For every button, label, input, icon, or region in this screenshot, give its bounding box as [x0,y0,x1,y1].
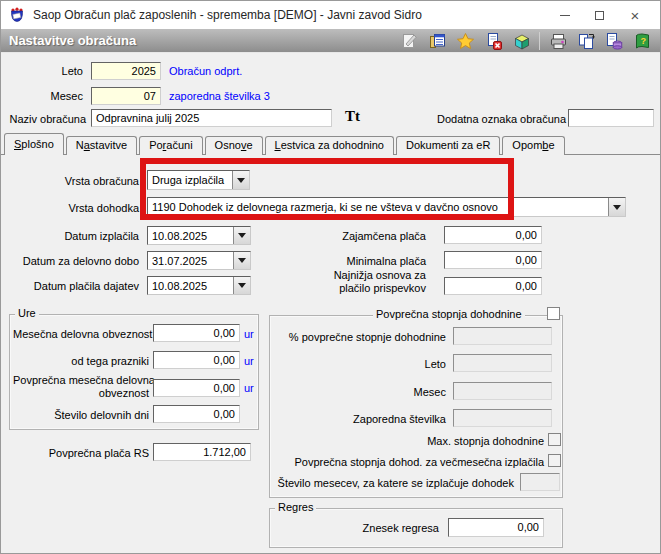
zaporedna-stevilka-field [453,409,552,427]
vecmesecna-label: Povprečna stopnja dohod. za večmesečna i… [278,456,544,468]
minimize-button[interactable] [549,1,581,29]
regres-legend: Regres [275,501,316,513]
dohodnina-checkbox[interactable] [547,307,560,320]
ur-unit-label: ur [244,328,254,340]
tab-poracuni[interactable]: Poračuni [139,136,202,155]
copy-structure-icon[interactable] [576,32,596,51]
font-icon[interactable]: Tt [345,108,360,125]
tab-dokumenti-za-er[interactable]: Dokumenti za eR [396,136,500,155]
panel-title: Nastavitve obračuna [9,33,136,48]
dohodnina-mesec-field [453,382,552,400]
dodatna-oznaka-label: Dodatna oznaka obračuna [429,113,566,125]
copy-data-icon[interactable] [604,32,624,51]
zajamcena-placa-field[interactable]: 0,00 [444,226,542,244]
cube-icon[interactable] [511,32,531,51]
ure-legend: Ure [15,307,39,319]
najnizja-osnova-label-line2: plačilo prispevkov [301,282,426,294]
najnizja-osnova-label-line1: Najnižja osnova za [301,269,426,281]
maximize-button[interactable] [583,1,615,29]
prazniki-label: od tega prazniki [13,355,149,367]
stevilo-mesecev-field [520,473,560,491]
print-icon[interactable] [548,32,568,51]
naziv-obracuna-field[interactable]: Odpravnina julij 2025 [91,109,332,127]
povprecna-obveznost-label-line1: Povprečna mesečna delovna [13,374,149,386]
dohodnina-leto-label: Leto [276,358,446,370]
max-stopnja-label: Max. stopnja dohodnine [331,435,544,447]
help-book-icon[interactable]: ? [632,32,652,51]
znesek-regresa-label: Znesek regresa [301,522,439,534]
title-bar: Saop Obračun plač zaposlenih - sprememba… [1,1,660,29]
dohodnina-mesec-label: Mesec [276,386,446,398]
chevron-down-icon[interactable] [232,171,249,189]
naziv-obracuna-label: Naziv obračuna [5,113,86,125]
datum-za-delovno-dobo-label: Datum za delovno dobo [1,255,139,267]
procent-dohodnine-field [453,327,552,345]
datum-izplacila-label: Datum izplačila [1,230,139,242]
mesec-field[interactable]: 07 [91,87,161,105]
stevilo-mesecev-label: Število mesecev, za katere se izplačuje … [269,477,514,489]
vrsta-obracuna-label: Vrsta obračuna [1,175,139,187]
delete-document-icon[interactable] [483,32,503,51]
vrsta-dohodka-select[interactable]: 1190 Dohodek iz delovnega razmerja, ki s… [147,197,626,217]
window-title: Saop Obračun plač zaposlenih - sprememba… [33,8,422,22]
vrsta-obracuna-select[interactable]: Druga izplačila [147,170,250,190]
tabstrip: Splošno Nastavitve Poračuni Osnove Lestv… [4,133,567,155]
minimalna-placa-field[interactable]: 0,00 [444,251,542,269]
datum-za-delovno-dobo-picker[interactable]: 31.07.2025 [147,251,251,270]
povprecna-obveznost-field[interactable]: 0,00 [153,379,240,397]
app-icon [9,7,25,23]
chevron-down-icon[interactable] [233,227,250,244]
mesecna-obveznost-label: Mesečna delovna obveznost [13,328,149,340]
povprecna-obveznost-label-line2: obveznost [13,387,149,399]
mesec-label: Mesec [5,90,83,102]
close-button[interactable]: × [619,1,651,29]
datum-izplacila-picker[interactable]: 10.08.2025 [147,226,251,245]
zajamcena-placa-label: Zajamčena plača [281,230,426,242]
toolbar-separator [539,32,540,50]
toolbar: ? [399,31,652,51]
tab-osnove[interactable]: Osnove [205,136,263,155]
edit-note-icon[interactable] [399,32,419,51]
leto-field[interactable]: 2025 [91,62,161,80]
datum-placila-dajatev-label: Datum plačila dajatev [1,280,139,292]
vrsta-dohodka-label: Vrsta dohodka [1,202,139,214]
povprecna-placa-rs-label: Povprečna plača RS [13,447,149,459]
dodatna-oznaka-field[interactable] [568,109,654,127]
dohodnina-leto-field [453,354,552,372]
tab-splosno[interactable]: Splošno [4,133,64,155]
chevron-down-icon[interactable] [233,277,250,294]
minimalna-placa-label: Minimalna plača [281,255,426,267]
tab-nastavitve[interactable]: Nastavitve [66,136,137,155]
app-window: Saop Obračun plač zaposlenih - sprememba… [0,0,661,554]
procent-dohodnine-label: % povprečne stopnje dohodnine [276,331,446,343]
najnizja-osnova-field[interactable]: 0,00 [444,277,542,295]
datum-placila-dajatev-picker[interactable]: 10.08.2025 [147,276,251,295]
mesecna-obveznost-field[interactable]: 0,00 [153,324,240,342]
panel-header: Nastavitve obračuna [1,29,660,53]
max-stopnja-checkbox[interactable] [548,433,561,446]
chevron-down-icon[interactable] [233,252,250,269]
delovni-dnevi-label: Število delovnih dni [13,409,149,421]
ur-unit-label: ur [244,355,254,367]
dohodnina-legend: Povprečna stopnja dohodnine [373,308,525,320]
tab-opombe[interactable]: Opombe [502,136,564,155]
tab-lestvica-za-dohodnino[interactable]: Lestvica za dohodnino [265,136,394,155]
favorite-star-icon[interactable] [455,32,475,51]
zaporedna-status-text: zaporedna številka 3 [169,90,270,102]
journal-icon[interactable] [427,32,447,51]
obracun-status-text: Obračun odprt. [169,65,242,77]
leto-label: Leto [5,65,83,77]
ur-unit-label: ur [244,382,254,394]
zaporedna-stevilka-label: Zaporedna številka [276,413,446,425]
vecmesecna-checkbox[interactable] [548,454,561,467]
znesek-regresa-field[interactable]: 0,00 [448,518,544,537]
svg-text:?: ? [640,35,646,45]
povprecna-placa-rs-field[interactable]: 1.712,00 [153,443,251,461]
delovni-dnevi-field[interactable]: 0,00 [153,405,240,423]
prazniki-field[interactable]: 0,00 [153,351,240,369]
chevron-down-icon[interactable] [608,198,625,216]
